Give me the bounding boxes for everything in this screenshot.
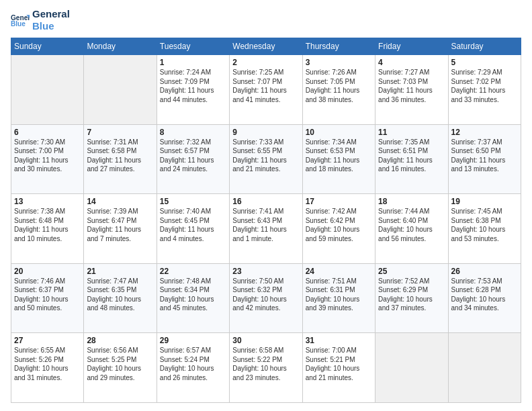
day-cell: 5 Sunrise: 7:29 AM Sunset: 7:02 PM Dayli…: [448, 55, 521, 125]
day-cell: [84, 55, 157, 125]
day-cell: 22 Sunrise: 7:48 AM Sunset: 6:34 PM Dayl…: [157, 263, 229, 333]
day-info: Sunrise: 7:32 AM Sunset: 6:57 PM Dayligh…: [160, 138, 226, 174]
day-cell: 2 Sunrise: 7:25 AM Sunset: 7:07 PM Dayli…: [230, 55, 302, 125]
day-cell: 10 Sunrise: 7:34 AM Sunset: 6:53 PM Dayl…: [302, 124, 375, 194]
day-number: 29: [160, 336, 226, 345]
logo: General Blue General Blue: [11, 8, 70, 32]
day-info: Sunrise: 7:48 AM Sunset: 6:34 PM Dayligh…: [160, 277, 226, 313]
day-cell: 24 Sunrise: 7:51 AM Sunset: 6:31 PM Dayl…: [302, 263, 375, 333]
day-info: Sunrise: 7:30 AM Sunset: 7:00 PM Dayligh…: [14, 138, 81, 174]
week-row-2: 6 Sunrise: 7:30 AM Sunset: 7:00 PM Dayli…: [11, 124, 521, 194]
day-info: Sunrise: 7:41 AM Sunset: 6:43 PM Dayligh…: [232, 207, 299, 243]
day-cell: 20 Sunrise: 7:46 AM Sunset: 6:37 PM Dayl…: [11, 263, 84, 333]
day-number: 30: [232, 336, 299, 345]
header: General Blue General Blue: [11, 8, 521, 32]
day-number: 2: [232, 58, 299, 67]
day-number: 10: [306, 128, 372, 137]
day-info: Sunrise: 7:00 AM Sunset: 5:21 PM Dayligh…: [306, 346, 372, 382]
weekday-friday: Friday: [375, 38, 448, 55]
calendar: SundayMondayTuesdayWednesdayThursdayFrid…: [11, 38, 521, 403]
day-info: Sunrise: 7:33 AM Sunset: 6:55 PM Dayligh…: [232, 138, 299, 174]
day-cell: 29 Sunrise: 6:57 AM Sunset: 5:24 PM Dayl…: [157, 333, 229, 403]
day-cell: 31 Sunrise: 7:00 AM Sunset: 5:21 PM Dayl…: [302, 333, 375, 403]
day-number: 23: [232, 267, 299, 276]
day-info: Sunrise: 7:29 AM Sunset: 7:02 PM Dayligh…: [451, 68, 518, 104]
day-info: Sunrise: 6:57 AM Sunset: 5:24 PM Dayligh…: [160, 346, 226, 382]
weekday-monday: Monday: [84, 38, 157, 55]
logo-icon: General Blue: [11, 11, 30, 30]
day-cell: 23 Sunrise: 7:50 AM Sunset: 6:32 PM Dayl…: [230, 263, 302, 333]
day-number: 7: [87, 128, 153, 137]
day-number: 6: [14, 128, 81, 137]
day-cell: 7 Sunrise: 7:31 AM Sunset: 6:58 PM Dayli…: [84, 124, 157, 194]
day-cell: 25 Sunrise: 7:52 AM Sunset: 6:29 PM Dayl…: [375, 263, 448, 333]
day-info: Sunrise: 7:50 AM Sunset: 6:32 PM Dayligh…: [232, 277, 299, 313]
logo-general: General: [32, 8, 70, 20]
day-info: Sunrise: 7:25 AM Sunset: 7:07 PM Dayligh…: [232, 68, 299, 104]
day-cell: [11, 55, 84, 125]
weekday-saturday: Saturday: [448, 38, 521, 55]
day-cell: [448, 333, 521, 403]
day-cell: 15 Sunrise: 7:40 AM Sunset: 6:45 PM Dayl…: [157, 194, 229, 264]
day-number: 4: [378, 58, 445, 67]
week-row-3: 13 Sunrise: 7:38 AM Sunset: 6:48 PM Dayl…: [11, 194, 521, 264]
day-number: 3: [306, 58, 372, 67]
svg-text:Blue: Blue: [11, 20, 26, 28]
day-cell: 13 Sunrise: 7:38 AM Sunset: 6:48 PM Dayl…: [11, 194, 84, 264]
day-number: 5: [451, 58, 518, 67]
day-cell: [375, 333, 448, 403]
day-info: Sunrise: 7:52 AM Sunset: 6:29 PM Dayligh…: [378, 277, 445, 313]
day-number: 26: [451, 267, 518, 276]
day-number: 24: [306, 267, 372, 276]
day-info: Sunrise: 7:42 AM Sunset: 6:42 PM Dayligh…: [306, 207, 372, 243]
day-number: 16: [232, 197, 299, 206]
week-row-4: 20 Sunrise: 7:46 AM Sunset: 6:37 PM Dayl…: [11, 263, 521, 333]
day-info: Sunrise: 7:53 AM Sunset: 6:28 PM Dayligh…: [451, 277, 518, 313]
day-cell: 21 Sunrise: 7:47 AM Sunset: 6:35 PM Dayl…: [84, 263, 157, 333]
day-number: 27: [14, 336, 81, 345]
day-info: Sunrise: 7:44 AM Sunset: 6:40 PM Dayligh…: [378, 207, 445, 243]
day-cell: 6 Sunrise: 7:30 AM Sunset: 7:00 PM Dayli…: [11, 124, 84, 194]
day-cell: 16 Sunrise: 7:41 AM Sunset: 6:43 PM Dayl…: [230, 194, 302, 264]
day-cell: 9 Sunrise: 7:33 AM Sunset: 6:55 PM Dayli…: [230, 124, 302, 194]
day-info: Sunrise: 7:34 AM Sunset: 6:53 PM Dayligh…: [306, 138, 372, 174]
day-cell: 18 Sunrise: 7:44 AM Sunset: 6:40 PM Dayl…: [375, 194, 448, 264]
day-info: Sunrise: 7:40 AM Sunset: 6:45 PM Dayligh…: [160, 207, 226, 243]
day-number: 11: [378, 128, 445, 137]
day-number: 28: [87, 336, 153, 345]
day-cell: 4 Sunrise: 7:27 AM Sunset: 7:03 PM Dayli…: [375, 55, 448, 125]
day-cell: 27 Sunrise: 6:55 AM Sunset: 5:26 PM Dayl…: [11, 333, 84, 403]
day-number: 12: [451, 128, 518, 137]
day-number: 17: [306, 197, 372, 206]
day-cell: 3 Sunrise: 7:26 AM Sunset: 7:05 PM Dayli…: [302, 55, 375, 125]
day-cell: 19 Sunrise: 7:45 AM Sunset: 6:38 PM Dayl…: [448, 194, 521, 264]
week-row-1: 1 Sunrise: 7:24 AM Sunset: 7:09 PM Dayli…: [11, 55, 521, 125]
day-info: Sunrise: 7:31 AM Sunset: 6:58 PM Dayligh…: [87, 138, 153, 174]
day-number: 14: [87, 197, 153, 206]
weekday-thursday: Thursday: [302, 38, 375, 55]
day-number: 31: [306, 336, 372, 345]
day-cell: 28 Sunrise: 6:56 AM Sunset: 5:25 PM Dayl…: [84, 333, 157, 403]
day-number: 8: [160, 128, 226, 137]
day-info: Sunrise: 6:58 AM Sunset: 5:22 PM Dayligh…: [232, 346, 299, 382]
day-number: 1: [160, 58, 226, 67]
week-row-5: 27 Sunrise: 6:55 AM Sunset: 5:26 PM Dayl…: [11, 333, 521, 403]
day-cell: 11 Sunrise: 7:35 AM Sunset: 6:51 PM Dayl…: [375, 124, 448, 194]
day-info: Sunrise: 7:46 AM Sunset: 6:37 PM Dayligh…: [14, 277, 81, 313]
day-number: 19: [451, 197, 518, 206]
day-info: Sunrise: 7:51 AM Sunset: 6:31 PM Dayligh…: [306, 277, 372, 313]
weekday-header-row: SundayMondayTuesdayWednesdayThursdayFrid…: [11, 38, 521, 55]
day-number: 13: [14, 197, 81, 206]
day-info: Sunrise: 7:35 AM Sunset: 6:51 PM Dayligh…: [378, 138, 445, 174]
weekday-tuesday: Tuesday: [157, 38, 229, 55]
day-number: 25: [378, 267, 445, 276]
page: General Blue General Blue SundayMondayTu…: [0, 0, 532, 411]
day-info: Sunrise: 7:27 AM Sunset: 7:03 PM Dayligh…: [378, 68, 445, 104]
day-cell: 1 Sunrise: 7:24 AM Sunset: 7:09 PM Dayli…: [157, 55, 229, 125]
day-info: Sunrise: 7:38 AM Sunset: 6:48 PM Dayligh…: [14, 207, 81, 243]
weekday-wednesday: Wednesday: [230, 38, 302, 55]
day-info: Sunrise: 7:45 AM Sunset: 6:38 PM Dayligh…: [451, 207, 518, 243]
day-number: 15: [160, 197, 226, 206]
day-number: 18: [378, 197, 445, 206]
day-info: Sunrise: 7:24 AM Sunset: 7:09 PM Dayligh…: [160, 68, 226, 104]
